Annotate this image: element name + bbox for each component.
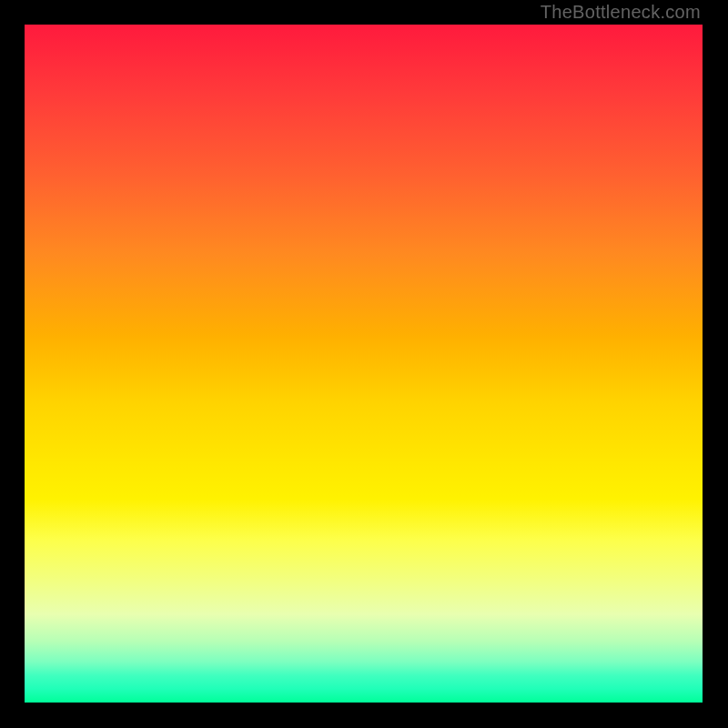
- attribution-text: TheBottleneck.com: [541, 2, 701, 23]
- plot-area: [25, 25, 703, 703]
- performance-gradient: [25, 25, 703, 703]
- chart-stage: TheBottleneck.com: [0, 0, 728, 728]
